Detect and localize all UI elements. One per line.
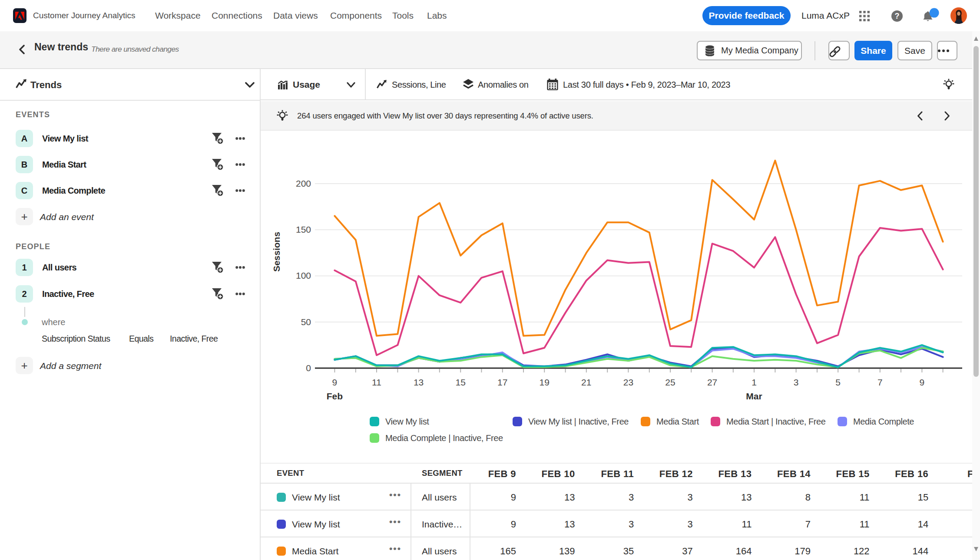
svg-text:27: 27: [707, 377, 717, 387]
svg-text:25: 25: [665, 377, 675, 387]
svg-text:5: 5: [835, 377, 841, 387]
svg-text:0: 0: [306, 363, 311, 373]
svg-text:15: 15: [456, 377, 466, 387]
svg-text:7: 7: [877, 377, 883, 387]
svg-text:Mar: Mar: [746, 391, 762, 401]
svg-text:9: 9: [332, 377, 338, 387]
svg-text:21: 21: [581, 377, 591, 387]
svg-text:50: 50: [301, 317, 311, 327]
svg-text:17: 17: [497, 377, 507, 387]
svg-text:23: 23: [623, 377, 633, 387]
svg-text:19: 19: [540, 377, 550, 387]
svg-text:100: 100: [296, 270, 311, 280]
svg-text:1: 1: [752, 377, 757, 387]
svg-text:200: 200: [296, 178, 311, 188]
svg-text:11: 11: [372, 377, 381, 387]
svg-text:Feb: Feb: [327, 391, 343, 401]
svg-text:150: 150: [296, 224, 311, 234]
svg-text:?: ?: [895, 12, 900, 20]
svg-text:13: 13: [414, 377, 424, 387]
svg-text:3: 3: [794, 377, 799, 387]
svg-text:9: 9: [920, 377, 925, 387]
svg-text:Sessions: Sessions: [271, 232, 281, 272]
